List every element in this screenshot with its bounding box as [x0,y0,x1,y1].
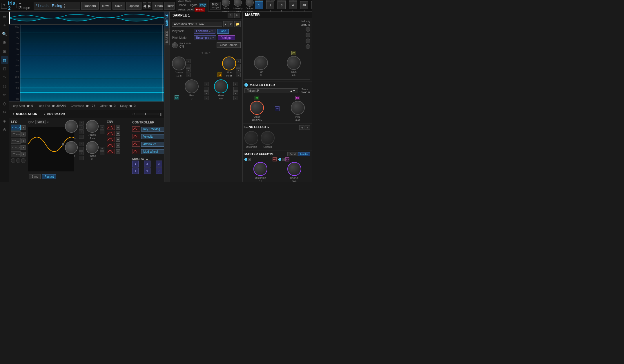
new-button[interactable]: New [100,2,111,10]
fine-adj-up2[interactable]: + [236,68,241,72]
midi-assign-button[interactable]: MIDI Assign [210,2,221,10]
vel-knob-2[interactable] [306,33,310,37]
modulation-tab[interactable]: ▼ MODULATION [9,110,40,118]
master-gain-knob[interactable] [287,56,301,70]
save-button[interactable]: Save [113,2,125,10]
question-icon[interactable]: ? [1,3,7,9]
loop-start-arrows[interactable]: ◀▶ [26,104,30,107]
channel-mix-button[interactable]: Mix [311,1,312,9]
coarse-adj-up[interactable]: + [186,59,191,63]
loop-end-arrows[interactable]: ◀▶ [51,104,55,107]
master-chorus-knob[interactable] [287,162,301,176]
playback-mode-button[interactable]: Forwards ▲▼ [194,29,215,34]
undo-button[interactable]: Undo [153,2,163,10]
preset-arrow-up[interactable]: ▲ [64,3,66,6]
fine-adj-down2[interactable]: - [236,73,241,77]
sidebar-filter-icon[interactable]: ◎ [1,82,8,90]
m2-badge[interactable]: M2 [295,96,300,100]
cutoff-knob[interactable] [250,101,264,115]
ch1-m-button[interactable]: M [259,0,263,1]
delay-arrows[interactable]: ◀▶ [129,104,133,107]
folder-browse-button[interactable]: 📁 [234,21,241,27]
coarse-adj-down[interactable]: - [186,64,191,68]
sample-pan-knob[interactable] [185,79,199,93]
vel-knob-3[interactable] [306,39,310,43]
ch2-s-button[interactable]: S [266,0,270,1]
gain-adj-down[interactable]: - [233,87,238,91]
depth-adj-down[interactable]: - [79,147,84,151]
pitch-mode-button[interactable]: Resample ▲▼ [194,35,216,40]
ch4-m-button[interactable]: M [293,0,297,1]
rate-adj-up2[interactable]: + [79,130,84,134]
vel-knob-4[interactable] [306,44,310,49]
fine-adj-down[interactable]: - [236,64,241,68]
keyboard-tab[interactable]: ▲ KEYBOARD [40,110,68,118]
sample-m-button[interactable]: M [234,13,240,18]
retrigger-button[interactable]: Retrigger [218,35,235,40]
fine-knob[interactable] [222,57,236,70]
key-tracking-button[interactable]: Key Tracking [141,127,164,132]
lfo-wave-1-button[interactable] [11,125,21,130]
spectrogram-canvas[interactable] [20,25,164,101]
sidebar-fade-icon[interactable]: ◈ [1,117,8,125]
pan-adj-up2[interactable]: + [204,91,208,95]
lfo-wave-2-add[interactable]: + [21,132,26,136]
sidebar-slice-icon[interactable]: ✂ [1,108,8,116]
phase-adj-1[interactable]: + [100,147,104,151]
gain-adj-down2[interactable]: - [233,96,238,100]
offset-arrows[interactable]: ◀▶ [109,104,113,107]
sample-s-button[interactable]: S [228,13,233,18]
env-add-5[interactable]: + [116,149,120,154]
mw-badge[interactable]: Mw [275,106,280,111]
m4-badge[interactable]: M4 [285,157,289,161]
macro-arrow[interactable]: ▲ [146,157,149,161]
lfo-wave-3-add[interactable]: + [21,139,26,143]
file-arrow-up[interactable]: ▲ [223,21,228,27]
gain-adj-up2[interactable]: + [233,91,238,95]
lfo-wave-3-button[interactable] [11,138,21,144]
mono-button[interactable]: Mono [178,3,187,7]
intensity-knob[interactable] [234,0,242,7]
preset-arrows[interactable]: ▲ ▼ [64,3,66,8]
sidebar-zoom-icon[interactable]: 🔍 [1,30,8,38]
m1-badge[interactable]: M1 [273,157,277,161]
env-add-2[interactable]: + [116,131,120,136]
ch1-s-button[interactable]: S [255,0,259,1]
pan-adj-down[interactable]: - [204,87,208,91]
macro-btn-5[interactable]: 5 [132,168,139,174]
channel-2-button[interactable]: 2 [266,1,274,9]
sidebar-spectrogram-icon[interactable]: ▦ [1,56,8,64]
lfo-wave-2-button[interactable] [11,131,21,137]
m6-badge[interactable]: M6 [175,95,179,100]
master-tab[interactable]: Master [298,152,310,156]
sync-button[interactable]: Sync [29,174,41,179]
sidebar-wave-icon[interactable]: 〜 [1,74,8,81]
output-knob[interactable] [246,0,254,7]
lfo-type-arrow[interactable]: ▼ [47,121,49,124]
gain-adj-up[interactable]: + [233,82,238,86]
sample-gain-knob[interactable] [214,79,228,93]
attack-knob[interactable] [86,120,99,133]
send-nav-left[interactable]: ◀ [299,125,304,130]
depth-knob[interactable] [65,141,78,154]
channel-1-button[interactable]: 1 [255,1,263,9]
attack-adj-1[interactable]: + [100,125,104,130]
coarse-knob[interactable] [172,57,186,70]
root-note-knob[interactable] [172,42,178,48]
velocity-button[interactable]: Velocity [141,134,164,139]
send-tab[interactable]: Send [287,152,298,156]
poly-button[interactable]: Poly [199,3,206,7]
lfo-circle-2[interactable] [16,158,21,163]
sidebar-browse-icon[interactable]: ☰ [1,13,8,20]
sidebar-eq-icon[interactable]: ⊞ [1,48,8,55]
send-chorus-knob[interactable] [261,131,275,145]
ch3-s-button[interactable]: S [277,0,282,1]
glide-knob[interactable] [222,0,230,7]
ch4-s-button[interactable]: S [289,0,293,1]
e1-badge[interactable]: E1 [255,96,259,100]
preset-name-area[interactable]: * Leads - Rising ▲ ▼ [34,2,80,10]
lfo-circle-3[interactable] [21,158,26,163]
sidebar-grid-icon[interactable]: ⊟ [1,65,8,72]
e5-badge[interactable]: E5 [291,51,296,55]
macro-btn-1[interactable]: 1 [132,161,139,167]
